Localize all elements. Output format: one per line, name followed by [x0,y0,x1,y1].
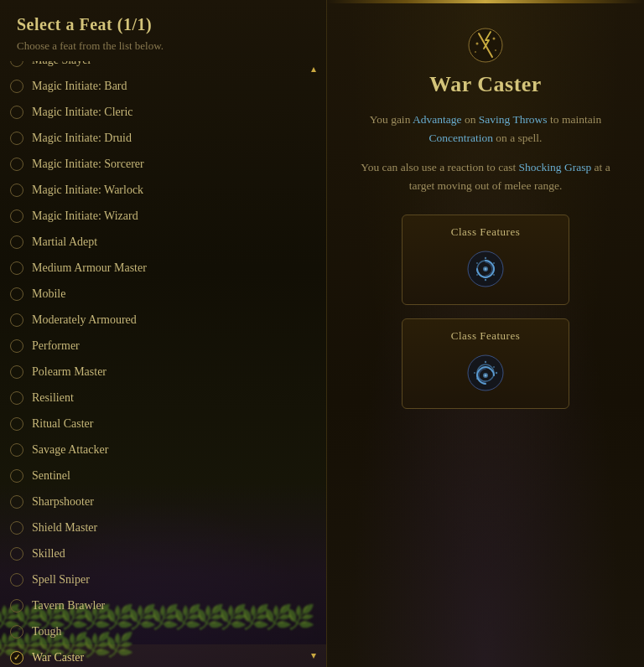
class-feature-card-2: Class Features [402,318,569,409]
feat-item-sharpshooter[interactable]: Sharpshooter [0,489,326,514]
right-panel: War Caster You gain Advantage on Saving … [327,0,644,667]
highlight-advantage: Advantage [413,113,461,126]
feat-radio-skilled [10,547,23,561]
feat-item-magic-initiate-druid[interactable]: Magic Initiate: Druid [0,125,326,151]
detail-description-1: You gain Advantage on Saving Throws to m… [351,111,620,147]
feat-item-magic-initiate-warlock[interactable]: Magic Initiate: Warlock [0,177,326,203]
feat-label-mobile: Mobile [32,285,65,302]
feat-label-resilient: Resilient [32,389,74,406]
feat-radio-sentinel [10,469,23,483]
feat-item-polearm-master[interactable]: Polearm Master [0,359,326,385]
highlight-concentration: Concentration [429,132,493,144]
feat-radio-sharpshooter [10,495,23,509]
feat-radio-medium-armour-master [10,261,23,275]
feat-label-savage-attacker: Savage Attacker [32,441,108,458]
svg-point-14 [476,274,478,276]
feat-radio-magic-initiate-druid [10,132,23,145]
feat-radio-magic-initiate-bard [10,80,23,93]
feat-radio-tavern-brawler [10,599,23,613]
feat-radio-savage-attacker [10,443,23,457]
feat-label-ritual-caster: Ritual Caster [32,415,94,432]
svg-point-24 [474,372,475,374]
feat-label-skilled: Skilled [32,545,65,562]
feat-label-tough: Tough [32,623,62,640]
feat-radio-martial-adept [10,235,23,249]
feat-item-mobile[interactable]: Mobile [0,281,326,307]
feat-label-spell-sniper: Spell Sniper [32,571,90,588]
feat-radio-magic-initiate-sorcerer [10,158,23,171]
svg-point-2 [476,43,479,45]
feat-item-war-caster[interactable]: War Caster [0,644,326,667]
svg-point-21 [493,366,495,368]
feat-item-spell-sniper[interactable]: Spell Sniper [0,566,326,592]
svg-point-20 [485,361,486,363]
feat-label-war-caster: War Caster [32,649,84,666]
svg-point-12 [493,274,495,276]
feat-item-magic-initiate-cleric[interactable]: Magic Initiate: Cleric [0,99,326,125]
war-caster-icon [465,25,506,65]
feat-label-medium-armour-master: Medium Armour Master [32,259,147,277]
feat-item-savage-attacker[interactable]: Savage Attacker [0,437,326,463]
svg-point-23 [476,378,478,380]
feat-radio-war-caster [10,651,23,664]
feat-item-magic-initiate-sorcerer[interactable]: Magic Initiate: Sorcerer [0,151,326,177]
svg-point-15 [476,262,478,264]
feat-label-sentinel: Sentinel [32,467,70,484]
feat-radio-tough [10,625,23,639]
feat-item-medium-armour-master[interactable]: Medium Armour Master [0,255,326,281]
feat-item-mage-slayer[interactable]: Mage Slayer [0,61,326,73]
feat-item-performer[interactable]: Performer [0,333,326,359]
feat-label-moderately-armoured: Moderately Armoured [32,311,137,328]
feat-item-magic-initiate-bard[interactable]: Magic Initiate: Bard [0,73,326,99]
class-feature-icon-1 [464,247,507,291]
feat-label-tavern-brawler: Tavern Brawler [32,597,105,614]
panel-title: Select a Feat (1/1) [17,15,309,34]
feat-item-martial-adept[interactable]: Martial Adept [0,229,326,255]
svg-point-4 [475,51,476,53]
left-panel: Select a Feat (1/1) Choose a feat from t… [0,0,327,667]
feat-radio-magic-initiate-cleric [10,106,23,119]
feat-radio-magic-initiate-warlock [10,184,23,197]
class-feature-label-2: Class Features [451,329,520,343]
feat-label-polearm-master: Polearm Master [32,363,106,380]
feat-radio-spell-sniper [10,573,23,587]
feat-radio-ritual-caster [10,417,23,431]
feat-item-skilled[interactable]: Skilled [0,540,326,566]
feat-label-magic-initiate-bard: Magic Initiate: Bard [32,77,127,95]
feat-radio-magic-initiate-wizard [10,209,23,223]
feat-list[interactable]: Lightly ArmouredLuckyMage SlayerMagic In… [0,61,326,667]
feat-radio-polearm-master [10,365,23,379]
detail-title: War Caster [429,72,542,97]
panel-subtitle: Choose a feat from the list below. [17,39,309,53]
feat-icon-area [465,25,506,65]
class-feature-label-1: Class Features [451,225,520,239]
feat-label-performer: Performer [32,337,80,354]
top-decoration [327,0,644,3]
feat-item-resilient[interactable]: Resilient [0,385,326,411]
class-feature-icon-2 [464,351,507,395]
panel-header: Select a Feat (1/1) Choose a feat from t… [0,0,326,61]
svg-point-11 [493,262,495,264]
feat-item-moderately-armoured[interactable]: Moderately Armoured [0,307,326,333]
feat-item-tough[interactable]: Tough [0,618,326,644]
feat-radio-performer [10,339,23,353]
feat-label-magic-initiate-druid: Magic Initiate: Druid [32,129,132,147]
feat-label-sharpshooter: Sharpshooter [32,493,94,510]
feat-label-mage-slayer: Mage Slayer [32,61,91,69]
svg-point-9 [485,268,487,271]
svg-point-5 [495,49,496,51]
feat-radio-shield-master [10,521,23,535]
feat-item-magic-initiate-wizard[interactable]: Magic Initiate: Wizard [0,203,326,229]
feat-label-magic-initiate-cleric: Magic Initiate: Cleric [32,103,133,121]
feat-radio-moderately-armoured [10,313,23,327]
feat-radio-mage-slayer [10,61,23,67]
feat-item-sentinel[interactable]: Sentinel [0,463,326,489]
feat-item-ritual-caster[interactable]: Ritual Caster [0,411,326,437]
feat-item-shield-master[interactable]: Shield Master [0,514,326,540]
highlight-saving-throws: Saving Throws [479,113,548,126]
svg-point-22 [496,372,497,374]
feat-label-magic-initiate-sorcerer: Magic Initiate: Sorcerer [32,155,144,173]
feat-item-tavern-brawler[interactable]: Tavern Brawler [0,592,326,618]
svg-point-13 [485,279,486,281]
svg-point-10 [485,257,486,259]
